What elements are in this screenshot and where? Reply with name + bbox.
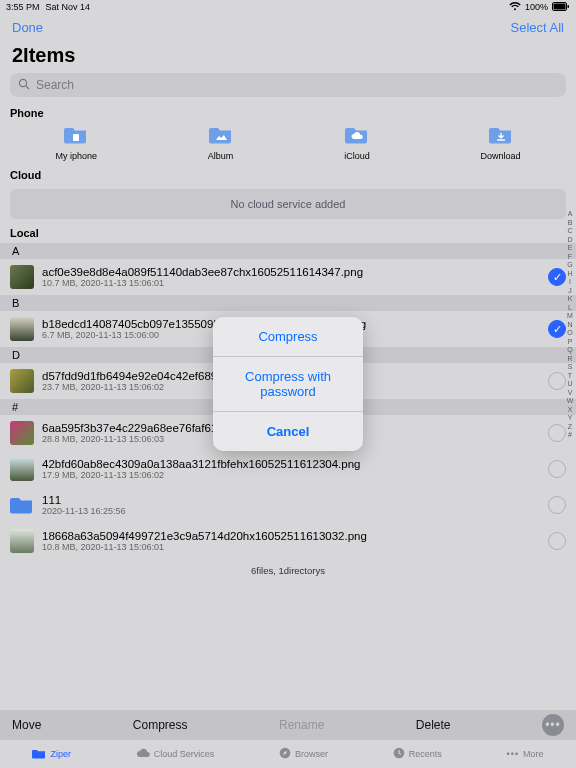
tab-recents-label: Recents bbox=[409, 749, 442, 759]
cloud-empty[interactable]: No cloud service added bbox=[10, 189, 566, 219]
index-letter[interactable]: V bbox=[568, 389, 573, 396]
index-letter[interactable]: F bbox=[568, 253, 572, 260]
file-info: 18668a63a5094f499721e3c9a5714d20hx160525… bbox=[42, 530, 540, 552]
section-local-label: Local bbox=[0, 225, 576, 243]
index-letter[interactable]: C bbox=[567, 227, 572, 234]
folder-icon bbox=[64, 125, 88, 147]
index-letter[interactable]: K bbox=[568, 295, 573, 302]
selection-check[interactable] bbox=[548, 532, 566, 550]
sheet-cancel[interactable]: Cancel bbox=[213, 412, 363, 451]
section-phone-label: Phone bbox=[0, 105, 576, 123]
selection-check[interactable] bbox=[548, 320, 566, 338]
folder-icon bbox=[32, 748, 46, 761]
file-thumbnail bbox=[10, 529, 34, 553]
index-letter[interactable]: O bbox=[567, 329, 572, 336]
rename-button: Rename bbox=[279, 718, 324, 732]
file-thumbnail bbox=[10, 265, 34, 289]
file-name: 42bfd60ab8ec4309a0a138aa3121fbfehx160525… bbox=[42, 458, 540, 470]
folder-icon bbox=[10, 493, 34, 517]
selection-check[interactable] bbox=[548, 268, 566, 286]
tab-bar: Ziper Cloud Services Browser Recents •••… bbox=[0, 740, 576, 768]
sheet-compress-password[interactable]: Compress with password bbox=[213, 357, 363, 412]
file-row[interactable]: 42bfd60ab8ec4309a0a138aa3121fbfehx160525… bbox=[0, 451, 576, 487]
index-letter[interactable]: M bbox=[567, 312, 573, 319]
search-input[interactable]: Search bbox=[10, 73, 566, 97]
more-button[interactable]: ••• bbox=[542, 714, 564, 736]
file-row[interactable]: 18668a63a5094f499721e3c9a5714d20hx160525… bbox=[0, 523, 576, 559]
select-all-button[interactable]: Select All bbox=[511, 20, 564, 35]
index-letter[interactable]: H bbox=[567, 270, 572, 277]
index-letter[interactable]: S bbox=[568, 363, 573, 370]
index-letter[interactable]: Q bbox=[567, 346, 572, 353]
index-letter[interactable]: N bbox=[567, 321, 572, 328]
selection-check[interactable] bbox=[548, 372, 566, 390]
index-letter[interactable]: A bbox=[568, 210, 573, 217]
index-letter[interactable]: Z bbox=[568, 423, 572, 430]
index-letter[interactable]: D bbox=[567, 236, 572, 243]
file-meta: 10.8 MB, 2020-11-13 15:06:01 bbox=[42, 542, 540, 552]
index-letter[interactable]: B bbox=[568, 219, 573, 226]
index-letter[interactable]: P bbox=[568, 338, 573, 345]
svg-rect-2 bbox=[568, 5, 570, 8]
file-thumbnail bbox=[10, 317, 34, 341]
file-name: 111 bbox=[42, 494, 540, 506]
index-letter[interactable]: U bbox=[567, 380, 572, 387]
sheet-compress[interactable]: Compress bbox=[213, 317, 363, 357]
tab-more-label: More bbox=[523, 749, 544, 759]
file-meta: 10.7 MB, 2020-11-13 15:06:01 bbox=[42, 278, 540, 288]
selection-check[interactable] bbox=[548, 424, 566, 442]
status-time: 3:55 PM bbox=[6, 2, 40, 12]
index-letter[interactable]: R bbox=[567, 355, 572, 362]
index-letter[interactable]: L bbox=[568, 304, 572, 311]
move-button[interactable]: Move bbox=[12, 718, 41, 732]
tab-browser-label: Browser bbox=[295, 749, 328, 759]
compass-icon bbox=[279, 747, 291, 761]
index-letter[interactable]: G bbox=[567, 261, 572, 268]
action-sheet: Compress Compress with password Cancel bbox=[213, 317, 363, 451]
index-letter[interactable]: I bbox=[569, 278, 571, 285]
compress-button[interactable]: Compress bbox=[133, 718, 188, 732]
cloud-icon bbox=[136, 748, 150, 761]
selection-check[interactable] bbox=[548, 460, 566, 478]
battery-text: 100% bbox=[525, 2, 548, 12]
phone-folder-my-iphone[interactable]: My iphone bbox=[55, 125, 97, 161]
tab-ziper[interactable]: Ziper bbox=[32, 748, 71, 761]
done-button[interactable]: Done bbox=[12, 20, 43, 35]
folder-icon bbox=[489, 125, 513, 147]
folder-icon bbox=[209, 125, 233, 147]
file-row[interactable]: 1112020-11-13 16:25:56 bbox=[0, 487, 576, 523]
index-letter[interactable]: # bbox=[568, 431, 572, 438]
folder-label: Download bbox=[481, 151, 521, 161]
index-letter[interactable]: W bbox=[567, 397, 574, 404]
file-info: 42bfd60ab8ec4309a0a138aa3121fbfehx160525… bbox=[42, 458, 540, 480]
phone-folder-album[interactable]: Album bbox=[208, 125, 234, 161]
index-letter[interactable]: J bbox=[568, 287, 572, 294]
folder-label: Album bbox=[208, 151, 234, 161]
file-row[interactable]: acf0e39e8d8e4a089f51140dab3ee87chx160525… bbox=[0, 259, 576, 295]
section-cloud-label: Cloud bbox=[0, 167, 576, 185]
dots-icon: ••• bbox=[507, 749, 519, 759]
tab-browser[interactable]: Browser bbox=[279, 747, 328, 761]
search-placeholder: Search bbox=[36, 78, 74, 92]
file-meta: 2020-11-13 16:25:56 bbox=[42, 506, 540, 516]
group-header: A bbox=[0, 243, 576, 259]
selection-check[interactable] bbox=[548, 496, 566, 514]
delete-button[interactable]: Delete bbox=[416, 718, 451, 732]
file-info: acf0e39e8d8e4a089f51140dab3ee87chx160525… bbox=[42, 266, 540, 288]
phone-folder-download[interactable]: Download bbox=[481, 125, 521, 161]
tab-ziper-label: Ziper bbox=[50, 749, 71, 759]
index-letter[interactable]: T bbox=[568, 372, 572, 379]
index-letter[interactable]: X bbox=[568, 406, 573, 413]
folder-label: iCloud bbox=[344, 151, 370, 161]
tab-recents[interactable]: Recents bbox=[393, 747, 442, 761]
tab-more[interactable]: ••• More bbox=[507, 749, 544, 759]
index-letter[interactable]: E bbox=[568, 244, 573, 251]
cloud-empty-text: No cloud service added bbox=[231, 198, 346, 210]
phone-folder-icloud[interactable]: iCloud bbox=[344, 125, 370, 161]
index-letter[interactable]: Y bbox=[568, 414, 573, 421]
file-name: 18668a63a5094f499721e3c9a5714d20hx160525… bbox=[42, 530, 540, 542]
tab-cloud[interactable]: Cloud Services bbox=[136, 748, 215, 761]
battery-icon bbox=[552, 2, 570, 13]
file-thumbnail bbox=[10, 369, 34, 393]
index-bar[interactable]: ABCDEFGHIJKLMNOPQRSTUVWXYZ# bbox=[566, 210, 574, 438]
